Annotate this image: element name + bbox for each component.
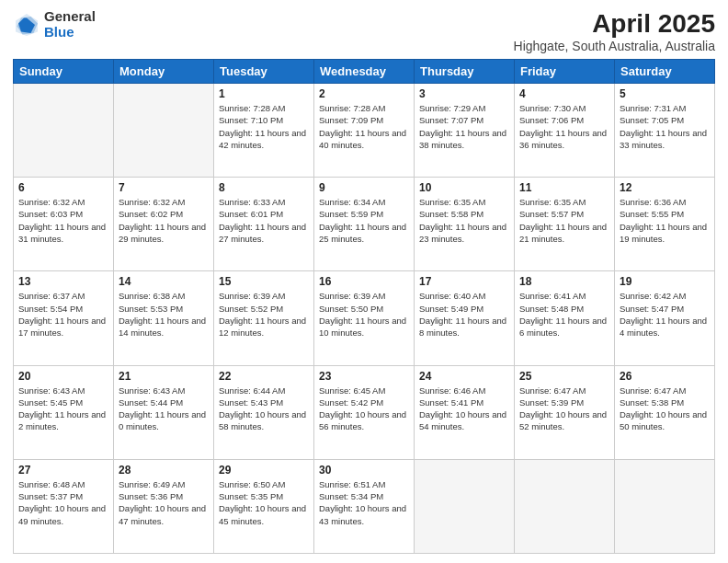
col-wednesday: Wednesday [314,60,415,84]
calendar-cell: 8Sunrise: 6:33 AM Sunset: 6:01 PM Daylig… [214,178,314,271]
calendar-cell: 15Sunrise: 6:39 AM Sunset: 5:52 PM Dayli… [214,271,314,365]
calendar-title: April 2025 [514,9,715,39]
logo: General Blue [13,9,96,40]
day-info: Sunrise: 6:44 AM Sunset: 5:43 PM Dayligh… [219,385,309,433]
day-info: Sunrise: 7:29 AM Sunset: 7:07 PM Dayligh… [419,102,509,151]
day-number: 1 [219,87,309,100]
calendar-cell: 27Sunrise: 6:48 AM Sunset: 5:37 PM Dayli… [14,459,114,553]
day-number: 5 [620,87,710,100]
calendar-cell: 10Sunrise: 6:35 AM Sunset: 5:58 PM Dayli… [415,178,515,271]
day-number: 21 [119,370,209,383]
day-info: Sunrise: 6:43 AM Sunset: 5:45 PM Dayligh… [18,385,108,433]
calendar-cell: 23Sunrise: 6:45 AM Sunset: 5:42 PM Dayli… [314,365,415,459]
calendar-cell: 20Sunrise: 6:43 AM Sunset: 5:45 PM Dayli… [14,365,114,459]
day-info: Sunrise: 6:38 AM Sunset: 5:53 PM Dayligh… [119,290,209,339]
col-friday: Friday [515,60,615,84]
day-number: 17 [419,275,509,288]
col-thursday: Thursday [415,60,515,84]
day-info: Sunrise: 6:42 AM Sunset: 5:47 PM Dayligh… [620,290,710,339]
calendar-cell [615,459,715,553]
day-number: 15 [219,275,309,288]
calendar-cell: 11Sunrise: 6:35 AM Sunset: 5:57 PM Dayli… [515,178,615,271]
week-row-4: 27Sunrise: 6:48 AM Sunset: 5:37 PM Dayli… [14,459,715,553]
day-number: 20 [18,370,108,383]
calendar-cell: 3Sunrise: 7:29 AM Sunset: 7:07 PM Daylig… [415,84,515,178]
calendar-cell: 5Sunrise: 7:31 AM Sunset: 7:05 PM Daylig… [615,84,715,178]
day-info: Sunrise: 6:33 AM Sunset: 6:01 PM Dayligh… [219,196,309,245]
day-number: 6 [18,181,108,194]
day-info: Sunrise: 6:47 AM Sunset: 5:38 PM Dayligh… [620,385,710,433]
day-number: 10 [419,181,509,194]
col-saturday: Saturday [615,60,715,84]
week-row-2: 13Sunrise: 6:37 AM Sunset: 5:54 PM Dayli… [14,271,715,365]
day-number: 11 [519,181,609,194]
week-row-0: 1Sunrise: 7:28 AM Sunset: 7:10 PM Daylig… [14,84,715,178]
day-info: Sunrise: 6:39 AM Sunset: 5:50 PM Dayligh… [319,290,409,339]
calendar-cell: 14Sunrise: 6:38 AM Sunset: 5:53 PM Dayli… [114,271,214,365]
calendar-cell: 22Sunrise: 6:44 AM Sunset: 5:43 PM Dayli… [214,365,314,459]
calendar-cell: 24Sunrise: 6:46 AM Sunset: 5:41 PM Dayli… [415,365,515,459]
calendar-cell: 18Sunrise: 6:41 AM Sunset: 5:48 PM Dayli… [515,271,615,365]
title-area: April 2025 Highgate, South Australia, Au… [514,9,715,53]
calendar-cell [415,459,515,553]
day-number: 30 [319,464,409,477]
calendar-cell: 2Sunrise: 7:28 AM Sunset: 7:09 PM Daylig… [314,84,415,178]
day-number: 29 [219,464,309,477]
logo-blue: Blue [44,25,96,40]
day-number: 3 [419,87,509,100]
day-info: Sunrise: 7:31 AM Sunset: 7:05 PM Dayligh… [620,102,710,151]
day-info: Sunrise: 6:32 AM Sunset: 6:03 PM Dayligh… [18,196,108,245]
calendar-cell: 26Sunrise: 6:47 AM Sunset: 5:38 PM Dayli… [615,365,715,459]
day-info: Sunrise: 6:39 AM Sunset: 5:52 PM Dayligh… [219,290,309,339]
day-info: Sunrise: 6:35 AM Sunset: 5:57 PM Dayligh… [519,196,609,245]
day-number: 14 [119,275,209,288]
week-row-3: 20Sunrise: 6:43 AM Sunset: 5:45 PM Dayli… [14,365,715,459]
day-info: Sunrise: 6:43 AM Sunset: 5:44 PM Dayligh… [119,385,209,433]
calendar-cell [515,459,615,553]
page: General Blue April 2025 Highgate, South … [0,0,728,563]
calendar-cell: 29Sunrise: 6:50 AM Sunset: 5:35 PM Dayli… [214,459,314,553]
day-number: 16 [319,275,409,288]
calendar-cell: 30Sunrise: 6:51 AM Sunset: 5:34 PM Dayli… [314,459,415,553]
header-row: Sunday Monday Tuesday Wednesday Thursday… [14,60,715,84]
day-number: 9 [319,181,409,194]
day-number: 23 [319,370,409,383]
day-info: Sunrise: 7:28 AM Sunset: 7:10 PM Dayligh… [219,102,309,151]
header: General Blue April 2025 Highgate, South … [13,9,715,53]
calendar-cell [14,84,114,178]
day-info: Sunrise: 6:46 AM Sunset: 5:41 PM Dayligh… [419,385,509,433]
calendar-cell: 28Sunrise: 6:49 AM Sunset: 5:36 PM Dayli… [114,459,214,553]
day-info: Sunrise: 6:34 AM Sunset: 5:59 PM Dayligh… [319,196,409,245]
calendar-cell: 16Sunrise: 6:39 AM Sunset: 5:50 PM Dayli… [314,271,415,365]
day-number: 26 [620,370,710,383]
calendar-cell: 7Sunrise: 6:32 AM Sunset: 6:02 PM Daylig… [114,178,214,271]
day-info: Sunrise: 7:30 AM Sunset: 7:06 PM Dayligh… [519,102,609,151]
week-row-1: 6Sunrise: 6:32 AM Sunset: 6:03 PM Daylig… [14,178,715,271]
day-number: 22 [219,370,309,383]
col-monday: Monday [114,60,214,84]
calendar-cell: 21Sunrise: 6:43 AM Sunset: 5:44 PM Dayli… [114,365,214,459]
day-info: Sunrise: 7:28 AM Sunset: 7:09 PM Dayligh… [319,102,409,151]
calendar-cell: 6Sunrise: 6:32 AM Sunset: 6:03 PM Daylig… [14,178,114,271]
day-info: Sunrise: 6:41 AM Sunset: 5:48 PM Dayligh… [519,290,609,339]
day-number: 18 [519,275,609,288]
calendar-cell: 25Sunrise: 6:47 AM Sunset: 5:39 PM Dayli… [515,365,615,459]
calendar-cell: 9Sunrise: 6:34 AM Sunset: 5:59 PM Daylig… [314,178,415,271]
day-info: Sunrise: 6:48 AM Sunset: 5:37 PM Dayligh… [18,478,108,527]
day-number: 19 [620,275,710,288]
logo-icon [13,11,40,39]
day-info: Sunrise: 6:45 AM Sunset: 5:42 PM Dayligh… [319,385,409,433]
day-number: 24 [419,370,509,383]
day-info: Sunrise: 6:49 AM Sunset: 5:36 PM Dayligh… [119,478,209,527]
day-number: 28 [119,464,209,477]
day-number: 13 [18,275,108,288]
logo-general: General [44,9,96,25]
col-sunday: Sunday [14,60,114,84]
day-info: Sunrise: 6:32 AM Sunset: 6:02 PM Dayligh… [119,196,209,245]
day-info: Sunrise: 6:37 AM Sunset: 5:54 PM Dayligh… [18,290,108,339]
day-info: Sunrise: 6:35 AM Sunset: 5:58 PM Dayligh… [419,196,509,245]
calendar-cell [114,84,214,178]
calendar-cell: 12Sunrise: 6:36 AM Sunset: 5:55 PM Dayli… [615,178,715,271]
day-number: 2 [319,87,409,100]
col-tuesday: Tuesday [214,60,314,84]
